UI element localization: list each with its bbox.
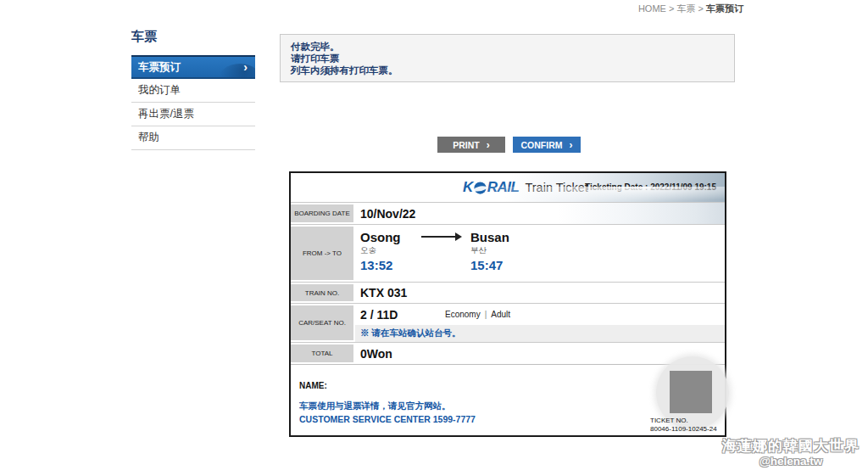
departure-station-korean: 오송 <box>360 245 416 255</box>
confirm-button-label: CONFIRM <box>521 140 563 150</box>
notice-line: 付款完毕。 <box>291 41 724 53</box>
total-label: TOTAL <box>291 343 355 364</box>
sidebar-item-ticket-reservation[interactable]: 车票预订 › <box>131 55 255 79</box>
notice-line: 请打印车票 <box>291 53 724 64</box>
train-ticket: K RAIL Train Ticket Ticketing Date : 202… <box>289 171 726 437</box>
sidebar-item-label: 帮助 <box>138 132 159 143</box>
korail-logo-rail: RAIL <box>487 179 520 196</box>
sidebar: 车票 车票预订 › 我的订单 再出票/退票 帮助 <box>131 29 255 150</box>
ticket-number-block: TICKET NO. 80046-1109-10245-24 <box>650 417 717 434</box>
sidebar-title: 车票 <box>131 29 255 42</box>
breadcrumb-path[interactable]: HOME > 车票 > <box>638 3 706 14</box>
customer-service-line: CUSTOMER SERVICE CENTER 1599-7777 <box>299 414 476 424</box>
korail-logo: K RAIL Train Ticket <box>463 179 588 196</box>
breadcrumb: HOME > 车票 > 车票预订 <box>638 3 743 15</box>
ticketing-date: Ticketing Date : 2022/11/09 19:15 <box>585 182 716 192</box>
car-seat-label: CAR/SEAT NO. <box>291 304 355 342</box>
arrival-time: 15:47 <box>470 257 509 273</box>
watermark: 海蓮娜的韓國大世界 @helena.tw <box>722 438 860 468</box>
passenger-name-label: NAME: <box>299 381 327 390</box>
train-no-value: KTX 031 <box>355 283 725 303</box>
route-row: FROM -> TO Osong 오송 13:52 Busan 부산 15:47 <box>291 224 725 282</box>
departure-time: 13:52 <box>360 257 416 273</box>
arrival-station-korean: 부산 <box>470 245 509 255</box>
print-button-label: PRINT <box>453 140 480 150</box>
confirm-button[interactable]: CONFIRM › <box>513 137 581 153</box>
passenger-type: Adult <box>491 310 510 319</box>
boarding-date-row: BOARDING DATE 10/Nov/22 <box>291 202 725 224</box>
sidebar-nav: 车票预订 › 我的订单 再出票/退票 帮助 <box>131 55 255 150</box>
sidebar-item-label: 再出票/退票 <box>138 108 194 120</box>
departure-station: Osong 오송 13:52 <box>360 229 416 273</box>
departure-station-name: Osong <box>360 229 416 245</box>
page: HOME > 车票 > 车票预订 车票 车票预订 › 我的订单 再出票/退票 帮… <box>0 0 868 476</box>
train-no-row: TRAIN NO. KTX 031 <box>291 282 725 303</box>
ticket-product-title: Train Ticket <box>525 181 587 194</box>
korail-logo-k: K <box>463 179 473 196</box>
sidebar-item-label: 车票预订 <box>138 61 181 73</box>
car-seat-row: CAR/SEAT NO. 2 / 11D Economy | Adult ※ 请… <box>291 303 725 342</box>
ticket-number-value: 80046-1109-10245-24 <box>650 425 717 434</box>
car-seat-value: 2 / 11D Economy | Adult ※ 请在车站确认站台号。 <box>355 304 725 342</box>
total-row: TOTAL 0Won <box>291 342 725 364</box>
notice-line: 列车内须持有打印车票。 <box>291 64 724 76</box>
refund-info-line: 车票使用与退票详情，请见官方网站。 <box>299 400 451 412</box>
chevron-right-icon: › <box>487 140 490 150</box>
sidebar-item-label: 我的订单 <box>138 84 181 96</box>
payment-complete-notice: 付款完毕。 请打印车票 列车内须持有打印车票。 <box>280 34 735 82</box>
seat-divider: | <box>485 310 487 319</box>
seat-info-line: 2 / 11D Economy | Adult <box>355 304 725 325</box>
print-button[interactable]: PRINT › <box>437 137 505 153</box>
redacted-qr-area <box>670 371 712 413</box>
train-no-label: TRAIN NO. <box>291 283 355 303</box>
sidebar-item-help[interactable]: 帮助 <box>131 126 255 150</box>
chevron-right-icon: › <box>570 140 573 150</box>
action-buttons: PRINT › CONFIRM › <box>437 137 581 153</box>
ticket-header: K RAIL Train Ticket Ticketing Date : 202… <box>291 173 725 202</box>
arrival-station: Busan 부산 15:47 <box>470 229 509 273</box>
arrival-station-name: Busan <box>470 229 509 245</box>
route-value: Osong 오송 13:52 Busan 부산 15:47 <box>355 225 725 282</box>
korail-globe-icon <box>474 182 487 194</box>
route-label: FROM -> TO <box>291 225 355 282</box>
seat-class: Economy <box>445 310 481 319</box>
route-arrow-icon <box>421 236 460 238</box>
total-value: 0Won <box>355 343 725 364</box>
breadcrumb-current: 车票预订 <box>706 3 743 14</box>
watermark-handle: @helena.tw <box>722 455 860 468</box>
sidebar-item-my-orders[interactable]: 我的订单 <box>131 79 255 103</box>
car-seat-number: 2 / 11D <box>360 308 445 322</box>
boarding-date-value: 10/Nov/22 <box>355 203 725 224</box>
watermark-title: 海蓮娜的韓國大世界 <box>722 438 860 455</box>
boarding-date-label: BOARDING DATE <box>291 203 355 224</box>
sidebar-item-reissue-refund[interactable]: 再出票/退票 <box>131 103 255 126</box>
chevron-right-icon: › <box>243 57 248 77</box>
platform-note: ※ 请在车站确认站台号。 <box>355 325 725 342</box>
ticket-number-label: TICKET NO. <box>650 417 717 425</box>
